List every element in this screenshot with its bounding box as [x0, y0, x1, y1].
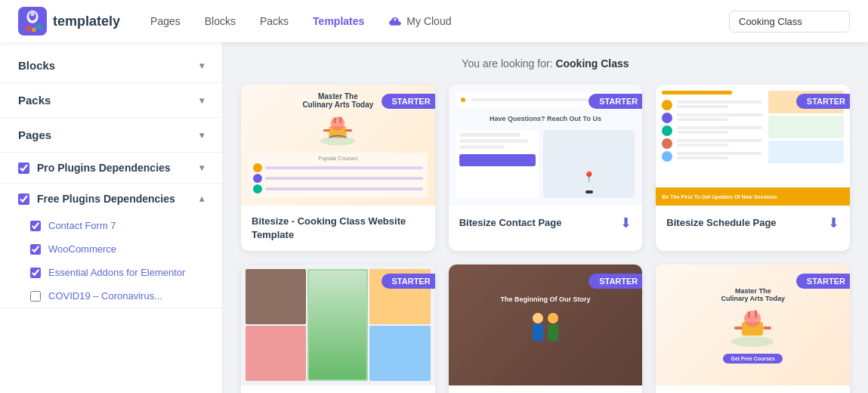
download-icon[interactable]: ⬇ — [620, 215, 632, 231]
card-footer-6: Bitesize - Cooking Class Website Templat… — [656, 385, 850, 393]
svg-point-3 — [32, 28, 36, 32]
svg-rect-25 — [763, 326, 771, 330]
chevron-up-icon: ▴ — [199, 193, 204, 204]
logo-text: templately — [53, 14, 120, 29]
header: templately Pages Blocks Packs Templates … — [0, 0, 868, 42]
svg-rect-13 — [323, 129, 330, 132]
card-title-3: Bitesize Schedule Page — [666, 216, 776, 230]
starter-badge: STARTER — [588, 94, 642, 109]
template-card-3[interactable]: STARTER — [656, 85, 850, 251]
free-plugins-items: Contact Form 7 WooCommerce Essential Add… — [0, 214, 222, 308]
starter-badge: STARTER — [381, 94, 435, 109]
starter-badge: STARTER — [796, 94, 850, 109]
logo-icon — [18, 7, 47, 36]
svg-rect-11 — [334, 118, 336, 124]
svg-point-15 — [533, 313, 543, 323]
sidebar-item-covid19[interactable]: COVID19 – Coronavirus... — [6, 284, 222, 308]
contact-form-7-checkbox[interactable] — [30, 221, 41, 231]
svg-point-7 — [394, 18, 397, 20]
sidebar-section-blocks: Blocks ▾ — [0, 48, 222, 83]
card-footer-1: Bitesize - Cooking Class Website Templat… — [241, 206, 435, 251]
svg-point-2 — [26, 26, 32, 32]
card-footer-4: The Beginning Of Our Story — [241, 385, 435, 393]
main-nav: Pages Blocks Packs Templates My Cloud — [150, 15, 729, 27]
svg-rect-14 — [345, 129, 352, 132]
svg-rect-23 — [755, 310, 757, 318]
svg-point-17 — [548, 313, 558, 323]
nav-templates[interactable]: Templates — [313, 15, 364, 27]
svg-point-6 — [30, 12, 35, 17]
cooking-illustration — [311, 112, 364, 150]
sidebar-item-essential-addons[interactable]: Essential Addons for Elementor — [6, 261, 222, 284]
starter-badge: STARTER — [796, 274, 850, 289]
template-card-2[interactable]: STARTER Have Questions? Reach Out To Us — [449, 85, 643, 251]
card-footer-5: Bitesize - Cooking Class Website — [449, 385, 643, 393]
sidebar-section-pages: Pages ▾ — [0, 118, 222, 153]
card-footer-3: Bitesize Schedule Page ⬇ — [656, 206, 850, 240]
svg-point-4 — [36, 24, 42, 29]
chevron-down-icon: ▾ — [199, 95, 204, 106]
pro-plugins-checkbox[interactable] — [18, 162, 29, 174]
cards-grid: STARTER Master TheCulinary Arts Today — [241, 85, 850, 393]
svg-point-21 — [744, 311, 761, 327]
card-preview-5: STARTER The Beginning Of Our Story — [449, 265, 643, 385]
svg-rect-16 — [533, 324, 543, 341]
card-preview-6: STARTER Master TheCulinary Arts Today — [656, 265, 850, 385]
svg-rect-24 — [734, 326, 743, 330]
card-preview-1: STARTER Master TheCulinary Arts Today — [241, 85, 435, 206]
template-card-1[interactable]: STARTER Master TheCulinary Arts Today — [241, 85, 435, 251]
svg-point-10 — [331, 116, 344, 130]
search-input[interactable] — [729, 11, 850, 32]
essential-addons-checkbox[interactable] — [30, 268, 41, 278]
template-card-6[interactable]: STARTER Master TheCulinary Arts Today — [656, 265, 850, 393]
chevron-down-icon: ▾ — [199, 162, 204, 173]
card-preview-2: STARTER Have Questions? Reach Out To Us — [449, 85, 643, 206]
cloud-icon — [388, 15, 402, 27]
sidebar-pages-header[interactable]: Pages ▾ — [0, 118, 222, 152]
nav-my-cloud[interactable]: My Cloud — [388, 15, 451, 27]
card-title-2: Bitesize Contact Page — [459, 216, 562, 230]
free-plugins-checkbox[interactable] — [18, 193, 29, 205]
nav-packs[interactable]: Packs — [260, 15, 289, 27]
sidebar-section-pro-plugins: Pro Plugins Dependencies ▾ — [0, 153, 222, 184]
sidebar-blocks-header[interactable]: Blocks ▾ — [0, 48, 222, 82]
card-title-1: Bitesize - Cooking Class Website Templat… — [252, 215, 425, 242]
sidebar-section-free-plugins: Free Plugins Dependencies ▴ Contact Form… — [0, 184, 222, 308]
nav-pages[interactable]: Pages — [150, 15, 181, 27]
chevron-down-icon: ▾ — [199, 130, 204, 141]
sidebar-section-packs: Packs ▾ — [0, 83, 222, 118]
content-area: You are looking for: Cooking Class START… — [223, 42, 868, 393]
sidebar: Blocks ▾ Packs ▾ Pages ▾ Pro Plugins Dep… — [0, 42, 223, 393]
covid19-checkbox[interactable] — [30, 291, 41, 302]
template-card-5[interactable]: STARTER The Beginning Of Our Story — [449, 265, 643, 393]
free-plugins-row[interactable]: Free Plugins Dependencies ▴ — [0, 184, 222, 214]
svg-point-19 — [731, 336, 774, 347]
card-preview-3: STARTER — [656, 85, 850, 206]
svg-rect-12 — [340, 116, 342, 123]
sidebar-packs-header[interactable]: Packs ▾ — [0, 83, 222, 117]
card-footer-2: Bitesize Contact Page ⬇ — [449, 206, 643, 240]
sidebar-item-contact-form-7[interactable]: Contact Form 7 — [6, 214, 222, 237]
svg-rect-22 — [748, 311, 750, 318]
logo-area: templately — [18, 7, 120, 36]
main-layout: Blocks ▾ Packs ▾ Pages ▾ Pro Plugins Dep… — [0, 42, 868, 393]
pro-plugins-row[interactable]: Pro Plugins Dependencies ▾ — [0, 153, 222, 183]
woocommerce-checkbox[interactable] — [30, 244, 41, 255]
svg-rect-18 — [548, 324, 558, 341]
chevron-down-icon: ▾ — [199, 60, 204, 71]
sidebar-item-woocommerce[interactable]: WooCommerce — [6, 237, 222, 261]
search-result-label: You are looking for: Cooking Class — [241, 57, 850, 70]
search-term: Cooking Class — [555, 57, 629, 70]
starter-badge: STARTER — [588, 274, 642, 289]
download-icon[interactable]: ⬇ — [828, 215, 839, 231]
starter-badge: STARTER — [381, 274, 435, 289]
card-preview-4: STARTER — [241, 265, 435, 385]
nav-blocks[interactable]: Blocks — [205, 15, 236, 27]
template-card-4[interactable]: STARTER The Beginning Of Our Story — [241, 265, 435, 393]
